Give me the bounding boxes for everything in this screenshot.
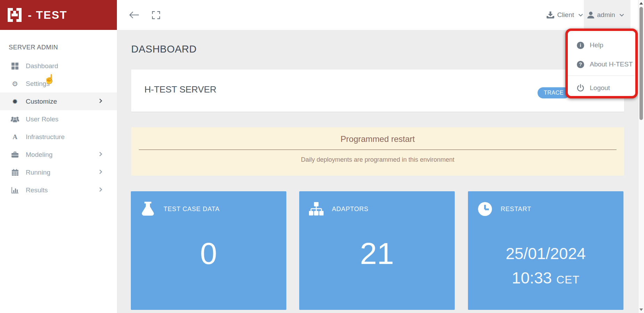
gear-icon: ⚙: [10, 80, 20, 88]
h-brackets-icon: [7, 7, 22, 23]
menu-item-label: Help: [590, 41, 603, 49]
menu-item-label: About H-TEST: [590, 61, 633, 68]
sidebar-item-user-roles[interactable]: User Roles: [0, 110, 117, 128]
scrollbar-thumb[interactable]: [639, 7, 643, 120]
restart-time: 10:33 CET: [468, 268, 623, 287]
menu-item-about[interactable]: ? About H-TEST: [568, 58, 635, 71]
brand-logo[interactable]: - TEST: [0, 0, 117, 30]
download-icon: [547, 11, 554, 18]
stat-card-label: RESTART: [501, 206, 531, 213]
cog-burst-icon: ✹: [10, 97, 20, 106]
server-card-title: H-TEST SERVER: [144, 84, 216, 95]
stat-card-adaptors[interactable]: ADAPTORS 21: [299, 191, 455, 310]
chevron-down-icon: [578, 14, 583, 17]
back-button[interactable]: [125, 0, 143, 30]
alert-divider: [139, 150, 617, 150]
sidebar-item-customize[interactable]: ✹ Customize: [0, 93, 117, 110]
sidebar-section-label: SERVER ADMIN: [9, 44, 58, 51]
menu-divider: [568, 75, 635, 76]
sidebar-item-label: Running: [26, 169, 50, 176]
menu-item-help[interactable]: i Help: [568, 39, 635, 52]
sidebar-item-label: Modeling: [26, 151, 53, 159]
restart-time-value: 10:33: [512, 269, 552, 287]
scroll-down-arrow-icon[interactable]: [639, 308, 643, 311]
sidebar-item-label: Results: [26, 186, 48, 194]
sidebar: - TEST SERVER ADMIN Dashboard ⚙ Settings…: [0, 0, 117, 313]
chevron-right-icon: [99, 98, 102, 105]
user-label: admin: [597, 11, 615, 19]
sidebar-item-label: Infrastructure: [26, 133, 65, 141]
clock-icon: [478, 202, 492, 216]
map-signs-icon: A: [10, 133, 20, 141]
chevron-right-icon: [99, 187, 102, 193]
alert-title: Programmed restart: [131, 134, 624, 144]
stat-card-test-case-data[interactable]: TEST CASE DATA 0: [131, 191, 286, 310]
user-dropdown[interactable]: admin: [584, 0, 630, 30]
power-icon: [577, 84, 584, 92]
sidebar-item-modeling[interactable]: Modeling: [0, 146, 117, 163]
restart-timezone: CET: [556, 273, 580, 286]
client-dropdown[interactable]: Client: [547, 0, 583, 30]
trace-badge[interactable]: TRACE: [538, 87, 570, 98]
stat-card-value: 0: [131, 236, 286, 271]
page-title: DASHBOARD: [131, 43, 197, 55]
fullscreen-icon[interactable]: [148, 0, 164, 30]
sidebar-item-results[interactable]: Results: [0, 181, 117, 199]
user-icon: [587, 11, 594, 18]
question-circle-icon: ?: [577, 61, 584, 68]
programmed-restart-alert: Programmed restart Daily deployments are…: [131, 127, 624, 176]
user-menu-highlighted: i Help ? About H-TEST Logout: [565, 29, 638, 98]
app-root: - TEST SERVER ADMIN Dashboard ⚙ Settings…: [0, 0, 644, 313]
chevron-right-icon: [99, 169, 102, 176]
flask-icon: [141, 202, 155, 216]
stat-card-restart[interactable]: RESTART 25/01/2024 10:33 CET: [468, 191, 623, 310]
users-icon: [10, 115, 20, 123]
client-label: Client: [557, 11, 574, 19]
bar-chart-icon: [10, 186, 20, 194]
info-circle-icon: i: [577, 42, 584, 49]
stat-card-label: TEST CASE DATA: [164, 206, 220, 213]
sitemap-icon: [309, 202, 324, 216]
topbar: Client admin: [117, 0, 638, 30]
calendar-icon: [10, 168, 20, 177]
chevron-down-icon: [619, 14, 624, 17]
briefcase-icon: [10, 151, 20, 159]
sidebar-item-label: User Roles: [26, 115, 58, 123]
chevron-right-icon: [99, 152, 102, 158]
sidebar-item-label: Dashboard: [26, 62, 58, 70]
sidebar-nav: Dashboard ⚙ Settings ✹ Customize User Ro…: [0, 57, 117, 199]
sidebar-item-running[interactable]: Running: [0, 163, 117, 181]
menu-item-label: Logout: [590, 84, 610, 92]
grid-icon: [10, 62, 20, 70]
restart-date: 25/01/2024: [468, 244, 623, 263]
stat-card-label: ADAPTORS: [332, 206, 368, 213]
brand-title: - TEST: [28, 9, 67, 22]
vertical-scrollbar[interactable]: [638, 0, 644, 313]
sidebar-item-dashboard[interactable]: Dashboard: [0, 57, 117, 75]
stat-card-value: 21: [299, 236, 455, 271]
alert-message: Daily deployments are programmed in this…: [131, 156, 624, 163]
sidebar-item-settings[interactable]: ⚙ Settings: [0, 75, 117, 93]
sidebar-item-label: Settings: [26, 80, 50, 88]
server-card: H-TEST SERVER TRACE: [131, 70, 624, 112]
menu-item-logout[interactable]: Logout: [568, 81, 635, 95]
sidebar-item-infrastructure[interactable]: A Infrastructure: [0, 128, 117, 146]
scroll-up-arrow-icon[interactable]: [639, 2, 643, 5]
sidebar-item-label: Customize: [26, 98, 57, 105]
